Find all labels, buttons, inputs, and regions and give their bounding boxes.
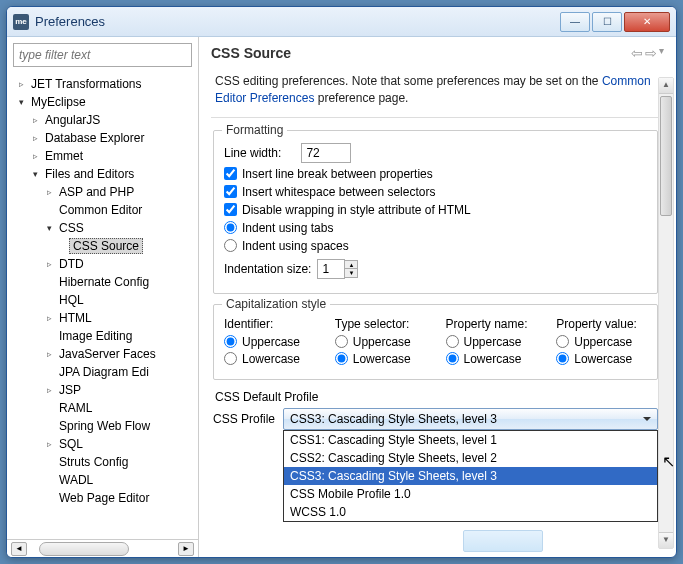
uppercase-radio[interactable]: Uppercase [224, 335, 315, 349]
tree-item[interactable]: Common Editor [7, 201, 198, 219]
tree-item-label[interactable]: Hibernate Config [55, 274, 153, 290]
tree-item[interactable]: ▹AngularJS [7, 111, 198, 129]
tree-item-label[interactable]: JET Transformations [27, 76, 145, 92]
chevron-right-icon[interactable]: ▹ [43, 385, 55, 395]
nav-menu-icon[interactable]: ▾ [659, 45, 664, 61]
tree-item[interactable]: Spring Web Flow [7, 417, 198, 435]
tree-item-label[interactable]: Database Explorer [41, 130, 148, 146]
uppercase-radio[interactable]: Uppercase [335, 335, 426, 349]
tree-item-label[interactable]: HQL [55, 292, 88, 308]
chevron-right-icon[interactable]: ▹ [43, 349, 55, 359]
preferences-tree[interactable]: ▹JET Transformations▾MyEclipse▹AngularJS… [7, 73, 198, 539]
tree-item-label[interactable]: Emmet [41, 148, 87, 164]
tree-item[interactable]: ▾CSS [7, 219, 198, 237]
lowercase-radio[interactable]: Lowercase [446, 352, 537, 366]
tree-item[interactable]: RAML [7, 399, 198, 417]
titlebar[interactable]: me Preferences — ☐ ✕ [7, 7, 676, 37]
tree-item-label[interactable]: Files and Editors [41, 166, 138, 182]
tree-item[interactable]: ▹ASP and PHP [7, 183, 198, 201]
tree-item-label[interactable]: Image Editing [55, 328, 136, 344]
tree-item[interactable]: ▹HTML [7, 309, 198, 327]
tree-item-label[interactable]: Common Editor [55, 202, 146, 218]
uppercase-radio[interactable]: Uppercase [446, 335, 537, 349]
chevron-right-icon[interactable]: ▹ [43, 439, 55, 449]
indent-tabs-radio[interactable]: Indent using tabs [224, 221, 333, 235]
chevron-down-icon[interactable]: ▾ [29, 169, 41, 179]
tree-item[interactable]: ▾MyEclipse [7, 93, 198, 111]
tree-item-label[interactable]: JPA Diagram Edi [55, 364, 153, 380]
tree-item[interactable]: Image Editing [7, 327, 198, 345]
tree-item-label[interactable]: WADL [55, 472, 97, 488]
combo-option[interactable]: CSS2: Cascading Style Sheets, level 2 [284, 449, 657, 467]
chevron-down-icon[interactable]: ▾ [15, 97, 27, 107]
css-profile-combo[interactable]: CSS3: Cascading Style Sheets, level 3 CS… [283, 408, 658, 430]
tree-item[interactable]: CSS Source [7, 237, 198, 255]
nav-forward-icon[interactable]: ⇨ [645, 45, 657, 61]
minimize-button[interactable]: — [560, 12, 590, 32]
scroll-down-button[interactable]: ▼ [659, 532, 673, 548]
tree-item[interactable]: ▹JavaServer Faces [7, 345, 198, 363]
chevron-down-icon[interactable]: ▾ [43, 223, 55, 233]
tree-item-label[interactable]: HTML [55, 310, 96, 326]
indent-size-input[interactable] [317, 259, 345, 279]
tree-item[interactable]: ▹JET Transformations [7, 75, 198, 93]
combo-option[interactable]: WCSS 1.0 [284, 503, 657, 521]
tree-item[interactable]: JPA Diagram Edi [7, 363, 198, 381]
scroll-left-button[interactable]: ◄ [11, 542, 27, 556]
tree-item-label[interactable]: AngularJS [41, 112, 104, 128]
tree-item-label[interactable]: Web Page Editor [55, 490, 154, 506]
tree-item[interactable]: Web Page Editor [7, 489, 198, 507]
chevron-right-icon[interactable]: ▹ [15, 79, 27, 89]
nav-back-icon[interactable]: ⇦ [631, 45, 643, 61]
combo-option[interactable]: CSS3: Cascading Style Sheets, level 3 [284, 467, 657, 485]
tree-item-label[interactable]: JSP [55, 382, 85, 398]
disable-wrap-checkbox[interactable]: Disable wrapping in style attribute of H… [224, 203, 471, 217]
tree-item[interactable]: ▹JSP [7, 381, 198, 399]
css-profile-dropdown[interactable]: CSS1: Cascading Style Sheets, level 1CSS… [283, 430, 658, 522]
tree-item-label[interactable]: MyEclipse [27, 94, 90, 110]
tree-item-label[interactable]: SQL [55, 436, 87, 452]
tree-item[interactable]: WADL [7, 471, 198, 489]
lowercase-radio[interactable]: Lowercase [556, 352, 647, 366]
indent-size-stepper[interactable]: ▲▼ [317, 259, 358, 279]
vertical-scrollbar[interactable]: ▲ ▼ [658, 77, 674, 549]
uppercase-radio[interactable]: Uppercase [556, 335, 647, 349]
tree-item-label[interactable]: Struts Config [55, 454, 132, 470]
tree-item-label[interactable]: JavaServer Faces [55, 346, 160, 362]
chevron-right-icon[interactable]: ▹ [29, 133, 41, 143]
tree-item[interactable]: ▹Database Explorer [7, 129, 198, 147]
combo-option[interactable]: CSS Mobile Profile 1.0 [284, 485, 657, 503]
tree-item[interactable]: ▹Emmet [7, 147, 198, 165]
lowercase-radio[interactable]: Lowercase [224, 352, 315, 366]
scroll-up-button[interactable]: ▲ [659, 78, 673, 94]
tree-item[interactable]: HQL [7, 291, 198, 309]
tree-item[interactable]: Struts Config [7, 453, 198, 471]
chevron-right-icon[interactable]: ▹ [43, 187, 55, 197]
tree-item[interactable]: ▾Files and Editors [7, 165, 198, 183]
tree-item[interactable]: Hibernate Config [7, 273, 198, 291]
tree-item-label[interactable]: CSS Source [69, 238, 143, 254]
tree-item-label[interactable]: RAML [55, 400, 96, 416]
tree-item[interactable]: ▹DTD [7, 255, 198, 273]
css-profile-selected[interactable]: CSS3: Cascading Style Sheets, level 3 [283, 408, 658, 430]
insert-ws-checkbox[interactable]: Insert whitespace between selectors [224, 185, 435, 199]
stepper-down-icon[interactable]: ▼ [345, 269, 357, 277]
horizontal-scrollbar[interactable]: ◄ ► [7, 539, 198, 557]
insert-break-checkbox[interactable]: Insert line break between properties [224, 167, 433, 181]
scroll-thumb-vertical[interactable] [660, 96, 672, 216]
chevron-right-icon[interactable]: ▹ [29, 151, 41, 161]
scroll-right-button[interactable]: ► [178, 542, 194, 556]
lowercase-radio[interactable]: Lowercase [335, 352, 426, 366]
stepper-up-icon[interactable]: ▲ [345, 261, 357, 269]
tree-item-label[interactable]: Spring Web Flow [55, 418, 154, 434]
tree-item[interactable]: ▹SQL [7, 435, 198, 453]
tree-item-label[interactable]: CSS [55, 220, 88, 236]
close-button[interactable]: ✕ [624, 12, 670, 32]
indent-spaces-radio[interactable]: Indent using spaces [224, 239, 349, 253]
tree-item-label[interactable]: ASP and PHP [55, 184, 138, 200]
filter-input[interactable] [13, 43, 192, 67]
tree-item-label[interactable]: DTD [55, 256, 88, 272]
line-width-input[interactable] [301, 143, 351, 163]
scroll-thumb[interactable] [39, 542, 129, 556]
chevron-right-icon[interactable]: ▹ [43, 259, 55, 269]
